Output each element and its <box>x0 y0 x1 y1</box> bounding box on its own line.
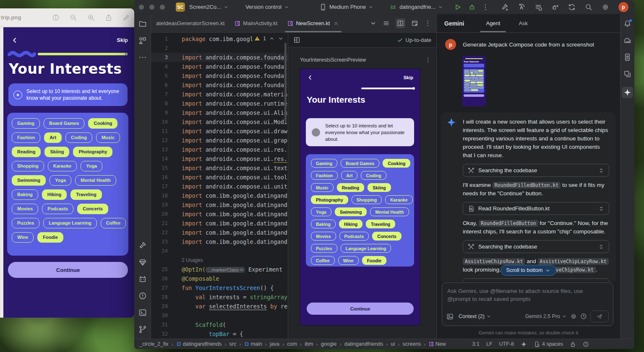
vcs-selector[interactable]: Version control <box>245 4 289 10</box>
settings-icon[interactable] <box>602 3 609 11</box>
breadcrumb-item[interactable]: java <box>270 341 279 347</box>
code-line[interactable]: 16import androidx.compose.ui.tool <box>151 173 288 182</box>
problems-icon[interactable] <box>138 292 147 300</box>
split-editor-icon[interactable] <box>396 18 405 28</box>
code-line[interactable]: 22import com.ibm.google.datingand <box>151 228 288 237</box>
terminal-icon[interactable] <box>138 308 147 317</box>
preview-layout-icon[interactable] <box>293 36 300 44</box>
code-line[interactable]: 3import androidx.compose.foundat <box>151 53 288 62</box>
expand-collapse-icon[interactable] <box>598 244 604 250</box>
search-everywhere-icon[interactable] <box>585 3 592 11</box>
hidden-tabs-icon[interactable] <box>370 20 377 27</box>
lock-icon[interactable] <box>570 341 576 347</box>
code-line[interactable]: 9import androidx.compose.ui.Alig <box>151 108 288 117</box>
gradle-icon[interactable] <box>623 36 631 44</box>
breadcrumb-item[interactable]: New <box>429 341 446 347</box>
code-line[interactable]: 4import androidx.compose.foundat <box>151 62 288 71</box>
preview-more-icon[interactable] <box>425 57 431 63</box>
version-control-icon[interactable] <box>138 325 147 334</box>
code-line[interactable]: 10import androidx.compose.ui.Modi <box>151 117 288 127</box>
tab-mainactivity[interactable]: MainActivity.kt <box>229 14 282 32</box>
attach-debugger-icon[interactable] <box>551 3 559 11</box>
breadcrumb-item[interactable]: datingandfriends <box>344 341 383 347</box>
window-controls[interactable] <box>139 5 165 10</box>
code-line[interactable]: 13import androidx.compose.ui.res. <box>151 145 288 154</box>
next-issue-icon[interactable] <box>278 36 284 41</box>
code-line[interactable]: 11import androidx.compose.ui.draw <box>151 127 288 136</box>
code-line[interactable]: 28 val interests = stringArray <box>151 292 288 302</box>
project-tool-icon[interactable] <box>138 20 147 28</box>
tool-call-row[interactable]: Searching the codebase <box>463 240 609 253</box>
code-line[interactable]: 7import androidx.compose.materia <box>151 90 288 99</box>
zoom-in-icon[interactable] <box>87 14 95 21</box>
gemini-prompt-input[interactable] <box>447 287 608 305</box>
editor-options-icon[interactable] <box>383 20 390 27</box>
breadcrumb-item[interactable]: ibm <box>305 341 313 347</box>
code-line[interactable]: 2 <box>151 44 288 53</box>
app-quality-insights-icon[interactable] <box>138 258 147 267</box>
user-avatar[interactable]: p <box>618 2 628 12</box>
breadcrumb-item[interactable]: _circle_2_fix <box>139 341 168 347</box>
code-line[interactable]: 12import androidx.compose.ui.grap <box>151 136 288 145</box>
code-line[interactable]: 6import androidx.compose.foundat <box>151 80 288 90</box>
history-icon[interactable] <box>580 313 587 320</box>
attach-image-icon[interactable] <box>446 313 454 320</box>
caret-position[interactable]: 3:1 <box>472 341 480 347</box>
run-config-selector[interactable]: datingandfrie... <box>389 3 443 11</box>
code-line[interactable]: 26@Composable <box>151 274 288 283</box>
breadcrumb-item[interactable]: google <box>321 341 337 347</box>
inspections-status-icon[interactable] <box>583 341 589 347</box>
minimize-window-button[interactable] <box>149 5 154 10</box>
code-line[interactable]: 21import com.ibm.google.datingand <box>151 219 288 228</box>
code-line[interactable]: 19import com.ibm.google.datingand <box>151 200 288 210</box>
tool-call-row[interactable]: Read AssistiveChipsRow.kt <box>463 278 609 282</box>
code-line[interactable]: 5import androidx.compose.foundat <box>151 71 288 80</box>
markup-icon[interactable] <box>123 14 130 21</box>
file-encoding[interactable]: UTF-8 <box>499 341 514 347</box>
share-icon[interactable] <box>105 14 112 21</box>
code-line[interactable]: 8import androidx.compose.runtime <box>151 99 288 108</box>
model-selector[interactable]: Gemini 2.5 Pro <box>525 313 567 319</box>
code-line[interactable]: 25@OptIn(...markerClass = Experiment <box>151 265 288 274</box>
breadcrumb-item[interactable]: datingandfriends <box>176 341 222 347</box>
code-editor[interactable]: 1package com.ibm.googl23import androidx.… <box>151 33 288 339</box>
tab-newscreen[interactable]: NewScreen.kt <box>282 14 344 32</box>
tab-ask[interactable]: Ask <box>515 14 531 32</box>
breadcrumb-item[interactable]: screens <box>403 341 421 347</box>
project-icon[interactable]: SC <box>176 3 185 12</box>
expand-collapse-icon[interactable] <box>598 206 604 212</box>
preview-mode-icon[interactable] <box>411 20 418 27</box>
code-line[interactable]: 29 var selectedInterests by re <box>151 302 288 311</box>
breadcrumb-item[interactable]: ui <box>391 341 395 347</box>
info-icon[interactable] <box>52 14 60 21</box>
code-line[interactable]: 24 <box>151 246 288 256</box>
indent-setting[interactable]: 4 spaces <box>534 341 563 347</box>
context-dropdown[interactable]: Context (2) <box>459 313 491 319</box>
build-icon[interactable] <box>501 3 508 11</box>
debug-button[interactable] <box>468 3 476 11</box>
code-line[interactable]: 32 topBar = { <box>151 329 288 339</box>
resource-manager-icon[interactable] <box>138 36 147 45</box>
code-line[interactable]: 30 <box>151 311 288 320</box>
expand-collapse-icon[interactable] <box>598 168 604 173</box>
inspections-widget[interactable]: 1 <box>253 35 285 42</box>
zoom-out-icon[interactable] <box>70 14 77 21</box>
breadcrumb-item[interactable]: com <box>287 341 297 347</box>
preview-composable-name[interactable]: YourInterestsScreenPreview <box>300 57 366 63</box>
code-line[interactable]: 2 Usages <box>151 256 288 265</box>
gemini-settings-icon[interactable] <box>570 313 577 320</box>
run-button[interactable] <box>454 3 461 11</box>
editor-scrollbar[interactable] <box>284 43 287 122</box>
gemini-prompt-box[interactable]: Context (2) Gemini 2.5 Pro <box>442 282 613 326</box>
send-button[interactable] <box>590 311 609 322</box>
code-line[interactable]: 18import com.ibm.google.datingand <box>151 191 288 200</box>
layout-inspector-icon[interactable] <box>623 70 631 78</box>
close-tab-icon[interactable] <box>333 21 339 26</box>
device-selector[interactable]: Medium Phone <box>319 3 373 11</box>
code-line[interactable]: 31 Scaffold( <box>151 320 288 329</box>
code-line[interactable]: 15import androidx.compose.ui.text <box>151 163 288 173</box>
more-tools-icon[interactable] <box>138 53 147 62</box>
zoom-window-button[interactable] <box>160 5 165 10</box>
tab-agent[interactable]: Agent <box>482 14 503 32</box>
gemini-tool-icon[interactable] <box>622 87 633 98</box>
